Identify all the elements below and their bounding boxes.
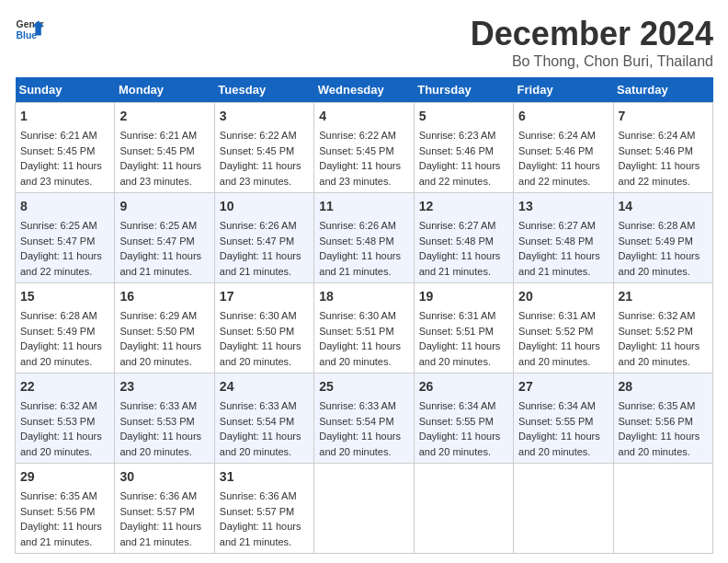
day-info-line: and 22 minutes. [20,264,109,280]
day-info-line: Sunrise: 6:24 AM [518,128,608,144]
day-info-line: Daylight: 11 hours [119,248,209,264]
calendar-week-row: 15Sunrise: 6:28 AMSunset: 5:49 PMDayligh… [16,283,713,373]
calendar-week-row: 22Sunrise: 6:32 AMSunset: 5:53 PMDayligh… [16,373,713,464]
day-number: 7 [619,107,708,126]
day-info-line: Sunrise: 6:32 AM [619,308,708,324]
day-info-line: Sunrise: 6:36 AM [119,488,209,504]
calendar-cell: 1Sunrise: 6:21 AMSunset: 5:45 PMDaylight… [16,103,115,193]
day-info-line: Daylight: 11 hours [20,339,109,354]
day-info-line: Sunset: 5:47 PM [119,234,209,249]
day-info-line: Sunrise: 6:26 AM [319,218,408,234]
day-info-line: Sunset: 5:50 PM [119,324,209,339]
weekday-header: Thursday [414,77,513,103]
day-info-line: Sunrise: 6:31 AM [518,308,608,324]
calendar-cell: 9Sunrise: 6:25 AMSunset: 5:47 PMDaylight… [115,193,214,283]
day-info-line: Sunrise: 6:27 AM [419,218,508,234]
day-info-line: Sunset: 5:54 PM [319,414,408,430]
day-info-line: Daylight: 11 hours [518,429,608,444]
day-info-line: and 20 minutes. [319,444,408,460]
day-number: 16 [119,287,209,306]
weekday-header-row: SundayMondayTuesdayWednesdayThursdayFrid… [16,77,713,103]
day-info-line: Sunrise: 6:21 AM [119,128,209,144]
day-info-line: Daylight: 11 hours [119,339,209,354]
day-info-line: Sunrise: 6:33 AM [220,398,309,414]
day-info-line: Daylight: 11 hours [119,158,209,174]
day-info-line: Daylight: 11 hours [419,429,508,444]
svg-text:Blue: Blue [17,30,38,40]
day-number: 4 [319,107,408,126]
calendar-cell: 31Sunrise: 6:36 AMSunset: 5:57 PMDayligh… [214,464,313,554]
title-block: December 2024 Bo Thong, Chon Buri, Thail… [471,15,713,70]
day-info-line: Daylight: 11 hours [20,248,109,264]
day-info-line: and 23 minutes. [220,174,309,190]
day-info-line: Daylight: 11 hours [419,158,508,174]
day-info-line: and 21 minutes. [518,264,608,280]
day-number: 14 [619,197,708,216]
day-info-line: and 20 minutes. [419,354,508,370]
calendar-cell: 23Sunrise: 6:33 AMSunset: 5:53 PMDayligh… [115,373,214,464]
location-title: Bo Thong, Chon Buri, Thailand [471,53,713,70]
day-info-line: Daylight: 11 hours [319,158,408,174]
day-info-line: Sunrise: 6:30 AM [220,308,309,324]
day-info-line: Sunrise: 6:27 AM [518,218,608,234]
day-info-line: Sunset: 5:56 PM [619,414,708,430]
day-number: 22 [20,377,109,396]
day-info-line: Sunrise: 6:34 AM [518,398,608,414]
day-number: 29 [20,467,109,487]
weekday-header: Sunday [16,77,115,103]
day-info-line: Sunset: 5:55 PM [419,414,508,430]
calendar-cell: 13Sunrise: 6:27 AMSunset: 5:48 PMDayligh… [514,193,613,283]
day-number: 12 [419,197,508,216]
day-info-line: Sunrise: 6:23 AM [419,128,508,144]
day-info-line: Sunset: 5:46 PM [419,144,508,159]
calendar-cell: 7Sunrise: 6:24 AMSunset: 5:46 PMDaylight… [613,103,712,193]
day-info-line: Sunset: 5:50 PM [220,324,309,339]
day-info-line: Daylight: 11 hours [220,429,309,444]
day-info-line: Sunrise: 6:24 AM [619,128,708,144]
day-info-line: Sunrise: 6:30 AM [319,308,408,324]
day-info-line: and 20 minutes. [220,354,309,370]
weekday-header: Friday [514,77,613,103]
day-info-line: and 23 minutes. [119,174,209,190]
day-number: 27 [518,377,608,396]
day-info-line: and 20 minutes. [319,354,408,370]
calendar-cell: 2Sunrise: 6:21 AMSunset: 5:45 PMDaylight… [115,103,214,193]
day-info-line: Sunset: 5:49 PM [619,234,708,249]
day-info-line: Sunset: 5:53 PM [119,414,209,430]
day-info-line: Sunrise: 6:33 AM [119,398,209,414]
day-info-line: Sunrise: 6:28 AM [20,308,109,324]
day-info-line: Sunset: 5:57 PM [119,504,209,520]
day-info-line: Sunset: 5:55 PM [518,414,608,430]
day-info-line: Sunrise: 6:22 AM [319,128,408,144]
day-number: 18 [319,287,408,306]
day-info-line: Sunrise: 6:22 AM [220,128,309,144]
calendar-cell [514,464,613,554]
day-number: 30 [119,467,209,487]
day-info-line: Sunrise: 6:34 AM [419,398,508,414]
calendar-cell [414,464,513,554]
day-info-line: Daylight: 11 hours [20,158,109,174]
calendar-cell [314,464,414,554]
day-info-line: Sunset: 5:45 PM [20,144,109,159]
day-info-line: Daylight: 11 hours [220,339,309,354]
calendar-cell: 30Sunrise: 6:36 AMSunset: 5:57 PMDayligh… [115,464,214,554]
day-info-line: Daylight: 11 hours [119,519,209,534]
day-info-line: Daylight: 11 hours [319,429,408,444]
day-info-line: Daylight: 11 hours [220,248,309,264]
calendar-week-row: 8Sunrise: 6:25 AMSunset: 5:47 PMDaylight… [16,193,713,283]
calendar-table: SundayMondayTuesdayWednesdayThursdayFrid… [15,77,713,554]
day-number: 21 [619,287,708,306]
day-info-line: Daylight: 11 hours [419,339,508,354]
day-info-line: Sunrise: 6:21 AM [20,128,109,144]
calendar-week-row: 29Sunrise: 6:35 AMSunset: 5:56 PMDayligh… [16,464,713,554]
calendar-cell: 20Sunrise: 6:31 AMSunset: 5:52 PMDayligh… [514,283,613,373]
calendar-cell: 10Sunrise: 6:26 AMSunset: 5:47 PMDayligh… [214,193,313,283]
day-info-line: and 20 minutes. [619,444,708,460]
day-info-line: Sunset: 5:46 PM [619,144,708,159]
calendar-cell: 27Sunrise: 6:34 AMSunset: 5:55 PMDayligh… [514,373,613,464]
logo: General Blue [15,15,44,44]
day-number: 15 [20,287,109,306]
calendar-cell: 15Sunrise: 6:28 AMSunset: 5:49 PMDayligh… [16,283,115,373]
day-info-line: Sunrise: 6:32 AM [20,398,109,414]
day-info-line: and 21 minutes. [119,534,209,550]
